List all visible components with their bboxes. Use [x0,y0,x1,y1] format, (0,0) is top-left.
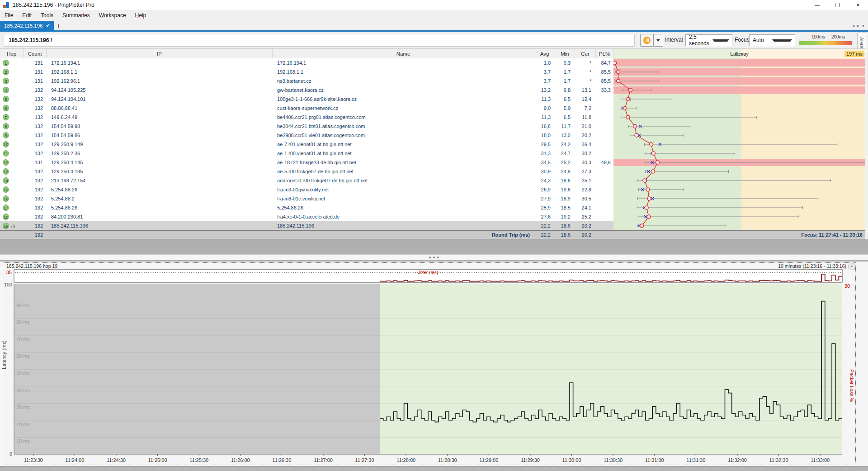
pause-dropdown-button[interactable] [654,34,663,47]
avg-cell: 27,9 [534,194,555,203]
table-row[interactable]: 3131192.162.96.1ns3.bartanet.cz3,71,7*85… [0,76,865,86]
table-row[interactable]: 9132154.54.59.86be2988.ccr51.vie01.atlas… [0,131,865,140]
table-row[interactable]: 7132149.6.24.49be4406.ccr21.prg01.atlas.… [0,113,865,122]
interval-select[interactable]: 2,5 seconds [685,34,732,46]
latency-cell [613,122,865,131]
tab-list-icon[interactable]: ▾ [862,23,864,28]
bottom-scroll-strip[interactable] [0,466,868,471]
avg-cell: 26,9 [534,185,555,194]
latency-cell [613,131,865,140]
svg-text:11:25:30: 11:25:30 [189,457,208,463]
svg-text:11:25:00: 11:25:00 [148,457,167,463]
hop-cell: 8 [0,122,24,131]
pl-cell [596,131,613,140]
table-row[interactable]: 1813284.200.230.81fra4.xe-0-1-0.accelera… [0,212,865,221]
cur-cell: * [575,58,596,67]
header-ip[interactable]: IP [47,49,273,59]
table-row[interactable]: 14132213.198.72.154andronet-0.r00.frnkge… [0,176,865,185]
check-icon: ✔ [46,23,50,29]
table-row[interactable]: 13132129.250.4.185ae-5.r00.frnkge07.de.b… [0,167,865,176]
latency-axis-title: Latency [613,51,865,57]
header-hop[interactable]: Hop [0,49,24,59]
menu-tools[interactable]: Tools [36,11,58,20]
latency-cell [613,194,865,203]
avg-cell: 13,2 [534,86,555,95]
tab-scroll-right-icon[interactable]: ▸ [857,23,859,28]
table-row[interactable]: 11132129.250.2.36ae-1.r00.vienat01.at.bb… [0,149,865,158]
pl-cell [596,176,613,185]
hop-cell: 16 [0,194,24,203]
table-row[interactable]: 10132129.250.9.149ae-7.r01.vienat01.at.b… [0,140,865,149]
min-cell: 18,6 [555,176,575,185]
menu-summaries[interactable]: Summaries [58,11,94,20]
table-row[interactable]: 513294.124.104.101100ge3-1-1-666.asr9k-s… [0,95,865,104]
min-cell: 18,6 [555,221,575,230]
count-cell: 132 [24,122,47,131]
name-cell: ae-18.r21.frnkge13.de.bb.gin.ntt.net [273,158,534,167]
table-row[interactable]: 2131192.168.1.1192.168.1.13,71,7*85,5 [0,67,865,76]
cur-cell: 27,3 [575,167,596,176]
table-row[interactable]: 151325.254.88.26fra-in3-01gw.voxility.ne… [0,185,865,194]
header-pl[interactable]: PL% [596,49,613,59]
table-row[interactable]: 12131129.250.4.145ae-18.r21.frnkge13.de.… [0,158,865,167]
close-button[interactable]: ✕ [848,0,868,10]
tab-label: 185.242.115.196 [4,23,42,29]
splitter-handle[interactable] [0,254,868,260]
header-min[interactable]: Min [555,49,575,59]
timeline-chart[interactable]: 35Jitter (ms)10 ms20 ms30 ms40 ms50 ms60… [0,262,868,471]
focus-select[interactable]: Auto [749,34,795,46]
pl-cell [596,212,613,221]
table-row[interactable]: 613288.86.98.41cust-kaora-supernetwork.c… [0,104,865,113]
svg-text:0: 0 [9,451,12,457]
hop-cell: 14 [0,176,24,185]
header-cur[interactable]: Cur [575,49,596,59]
pl-cell: 84,7 [596,58,613,67]
count-cell: 132 [24,140,47,149]
tab-scroll-left-icon[interactable]: ◂ [852,23,854,28]
avg-cell: 3,7 [534,67,555,76]
table-row[interactable]: 161325.254.88.2fra-in8-01c.voxility.net2… [0,194,865,203]
svg-text:100: 100 [4,282,12,287]
ip-cell: 5.254.86.26 [47,203,273,212]
menu-workspace[interactable]: Workspace [94,11,131,20]
scale-100ms-label: 100ms [811,34,825,39]
latency-cell [613,86,865,95]
menu-file[interactable]: File [0,11,18,20]
target-box[interactable]: 185.242.115.196 / [4,34,635,47]
latency-cell [613,140,865,149]
svg-text:11:24:30: 11:24:30 [107,457,126,463]
hop-number-badge: 19 [3,223,9,229]
table-row[interactable]: 1131172.16.194.1172.16.194.11,00,3*84,7 [0,58,865,67]
min-cell: 6,5 [555,95,575,104]
menu-help[interactable]: Help [131,11,151,20]
minimize-button[interactable]: ― [807,0,827,10]
table-row[interactable]: 8132154.54.59.98be3044.ccr21.bts01.atlas… [0,122,865,131]
pl-cell [596,104,613,113]
hop-number-badge: 7 [3,114,9,120]
avg-cell: 27,6 [534,212,555,221]
header-count[interactable]: Count [24,49,47,59]
avg-cell: 34,5 [534,158,555,167]
name-cell: 192.168.1.1 [273,67,534,76]
latency-cell [613,212,865,221]
header-avg[interactable]: Avg [534,49,555,59]
new-tab-button[interactable]: + [54,21,64,30]
pl-cell: 49,6 [596,158,613,167]
header-latency[interactable]: 0 ms Latency 197 ms [613,49,865,59]
table-row[interactable]: 413294.124.105.225gw-bartanet.kaora.cz13… [0,86,865,95]
pause-button[interactable] [640,34,654,47]
svg-text:90 ms: 90 ms [16,303,30,308]
hop-number-badge: 16 [3,195,9,202]
header-name[interactable]: Name [273,49,534,59]
svg-text:80 ms: 80 ms [16,319,30,325]
maximize-button[interactable] [827,0,848,10]
min-cell: 11,7 [555,122,575,131]
latency-cell [613,58,865,67]
table-row[interactable]: 171325.254.86.265.254.86.2625,918,524,1 [0,203,865,212]
menu-edit[interactable]: Edit [18,11,36,20]
ip-cell: 154.54.59.86 [47,131,273,140]
table-row[interactable]: 19132185.242.115.196185.242.115.19622,21… [0,221,865,230]
latency-cell [613,158,865,167]
hop-cell: 17 [0,203,24,212]
tab-target[interactable]: 185.242.115.196 ✔ [0,21,54,30]
